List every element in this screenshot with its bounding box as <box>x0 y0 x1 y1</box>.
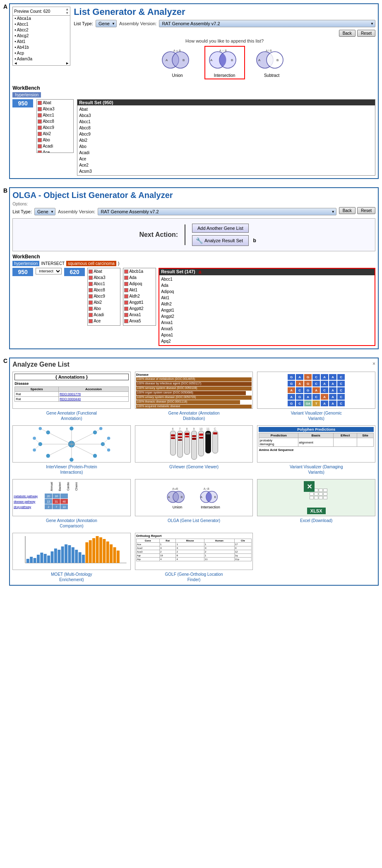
result-item: Abi2 <box>79 137 112 143</box>
tool-preview-excel: ✕ <box>257 479 375 516</box>
genomic-cell: A <box>329 394 336 400</box>
chk[interactable] <box>124 294 128 298</box>
chk[interactable] <box>89 288 93 292</box>
tool-name-ann-comp: Gene Annotator (AnnotationComparison) <box>46 518 97 529</box>
genomic-cell: A <box>321 381 328 386</box>
result-item-b: Anxa5 <box>161 326 194 332</box>
genomic-cell: C <box>337 374 345 380</box>
intersect-text: INTERSECT <box>41 261 65 266</box>
tool-moet[interactable]: MOET (Multi-OntologyEnrichement) <box>12 533 131 582</box>
ann-comp-cell <box>60 494 68 498</box>
tool-gene-annotator-func[interactable]: { Annotations } Disease SpeciesAccession… <box>12 372 131 421</box>
chk[interactable] <box>89 300 93 305</box>
options-label: Options: <box>12 202 375 206</box>
section-b: OLGA - Object List Generator & Analyzer … <box>9 187 379 349</box>
tool-name-excel: Excel (Download) <box>300 518 332 523</box>
list-type-dropdown[interactable]: Gene <box>96 20 117 27</box>
golf-td: 4 <box>176 558 204 561</box>
result-item-b: Apoa1 <box>161 332 194 338</box>
disease-bar-row: 100% sensory system disease (DOC:0050108… <box>136 386 252 391</box>
tool-gviewer[interactable]: 6 7 <box>135 425 253 475</box>
back-button[interactable]: Back <box>339 30 356 37</box>
pp-td <box>357 438 374 447</box>
chk[interactable] <box>89 269 93 274</box>
venn-union[interactable]: A B A ∪ B Union <box>159 48 196 78</box>
gene-checkbox[interactable] <box>38 150 42 153</box>
chk[interactable] <box>124 307 128 311</box>
ann-link[interactable]: RDO:0001776 <box>59 392 129 397</box>
genomic-cell: C <box>337 381 345 386</box>
tool-golf[interactable]: Ortholog Report Gene Rat Mouse Human Chr <box>135 533 253 582</box>
result-item: Acadi <box>79 150 112 156</box>
ann-subtitle: Disease <box>14 382 129 386</box>
back-button-b[interactable]: Back <box>339 207 356 214</box>
gene-checkbox[interactable] <box>38 138 42 142</box>
gene-item-b: Abo <box>88 305 120 312</box>
gene-checkbox[interactable] <box>38 144 42 148</box>
tool-excel[interactable]: ✕ <box>257 479 375 529</box>
pp-th: Basis <box>298 433 334 438</box>
chk[interactable] <box>124 282 128 286</box>
scroll-right[interactable]: ► <box>65 61 69 65</box>
pp-td: probablydamaging <box>259 438 298 447</box>
assembly-dropdown-b[interactable]: RAT Genome Assembly v7.2 <box>98 208 336 215</box>
close-button[interactable]: × <box>372 361 375 367</box>
scroll-left[interactable]: ◄ <box>14 61 17 65</box>
list-type-dropdown-b[interactable]: Gene <box>34 208 55 215</box>
chk[interactable] <box>89 325 93 326</box>
analyze-result-btn[interactable]: 🔧 Analyze Result Set <box>192 235 249 246</box>
ann-link[interactable]: RDO:0000440 <box>59 397 129 402</box>
gene-checkbox[interactable] <box>38 126 42 130</box>
reset-button-b[interactable]: Reset <box>357 207 375 214</box>
excel-x-letter: ✕ <box>307 483 312 491</box>
gene-checkbox[interactable] <box>38 119 42 124</box>
chromosome-c <box>212 431 218 453</box>
close-tag[interactable]: ) <box>118 261 119 266</box>
svg-rect-82 <box>103 539 106 563</box>
ann-comp-inner: Annual Bacteri Cardio Chemi metabolic pa… <box>13 479 130 516</box>
chk[interactable] <box>124 325 128 326</box>
svg-text:A: A <box>200 495 202 498</box>
assembly-dropdown[interactable]: RAT Genome Assembly v7.2 <box>159 20 375 27</box>
gene-checkbox[interactable] <box>38 101 42 105</box>
disease-bar: 100% acquired metabolic disease <box>136 405 252 408</box>
chk[interactable] <box>124 288 128 292</box>
chk[interactable] <box>89 313 93 317</box>
chk[interactable] <box>89 319 93 323</box>
intersect-select[interactable]: Intersect Union Subtract <box>36 268 62 274</box>
svg-line-18 <box>48 432 72 444</box>
tool-polyphen[interactable]: Polyphen Predictions Prediction Basis Ef… <box>257 425 375 475</box>
tool-variant-visualizer[interactable]: G A G C A A C G A <box>257 372 375 421</box>
chromosome-11 <box>205 431 211 453</box>
chk[interactable] <box>89 307 93 311</box>
tool-interviewer[interactable]: InterViewer (Protein-ProteinInteractions… <box>12 425 131 475</box>
gene-checkbox[interactable] <box>38 132 42 136</box>
gene-checkbox[interactable] <box>38 113 42 117</box>
genomic-cell: A <box>321 374 328 380</box>
polyphen-inner: Polyphen Predictions Prediction Basis Ef… <box>257 426 375 462</box>
chk[interactable] <box>124 300 128 305</box>
workbench-bottom-a: 950 Abat Abca3 Abcc1 <box>12 99 375 176</box>
tool-gene-annotator-dist[interactable]: Disease 100% disease of metabolism (DOC:… <box>135 372 253 421</box>
reset-button[interactable]: Reset <box>357 30 375 37</box>
venn-intersection[interactable]: A B A ∩ B Intersection <box>204 46 245 79</box>
chk[interactable] <box>89 282 93 286</box>
genomic-cell: G <box>288 374 295 380</box>
venn-subtract[interactable]: A B A \ B Subtract <box>253 48 291 78</box>
chk[interactable] <box>124 319 128 323</box>
tool-name-variant: Variant Visualizer (GenomicVariants) <box>291 410 342 421</box>
workbench-b: WorkBench hypertension INTERSECT squamou… <box>12 254 375 346</box>
chk[interactable] <box>89 294 93 298</box>
tool-olga[interactable]: A∪B A B Union A∩B <box>135 479 253 529</box>
add-another-btn[interactable]: Add Another Gene List <box>192 224 249 233</box>
gene-checkbox[interactable] <box>38 107 42 111</box>
chk[interactable] <box>124 276 128 280</box>
tool-ann-comp[interactable]: Annual Bacteri Cardio Chemi metabolic pa… <box>12 479 131 529</box>
chk[interactable] <box>124 269 128 274</box>
chk[interactable] <box>124 313 128 317</box>
tool-preview-golf: Ortholog Report Gene Rat Mouse Human Chr <box>135 533 253 570</box>
preview-item: Abcc2 <box>13 27 70 33</box>
genomic-cell: A <box>304 394 312 400</box>
chk[interactable] <box>89 276 93 280</box>
golf-th: Gene <box>136 539 159 543</box>
